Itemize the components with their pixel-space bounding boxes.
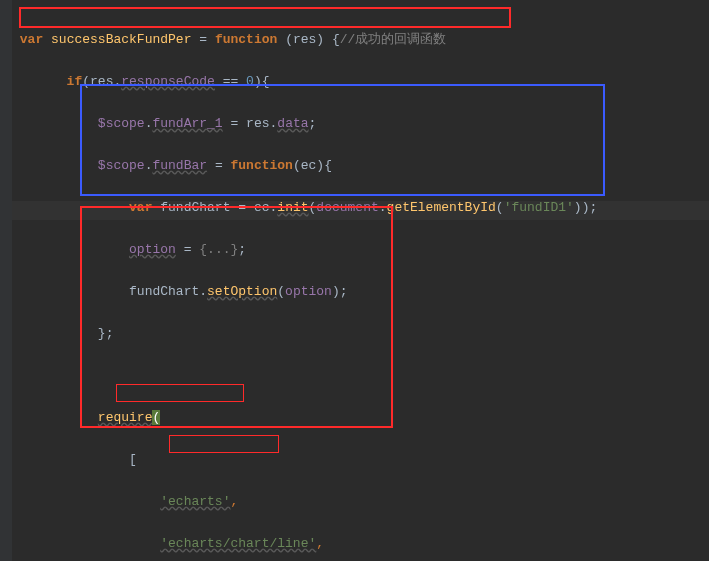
code-line[interactable]: $scope.fundBar = function(ec){ xyxy=(12,155,709,176)
scope: $scope xyxy=(98,116,145,131)
code-line[interactable]: 'echarts/chart/line', xyxy=(12,533,709,554)
comment: //成功的回调函数 xyxy=(340,32,447,47)
identifier: res xyxy=(90,74,113,89)
code-line[interactable]: option = {...}; xyxy=(12,239,709,260)
operator: == xyxy=(223,74,239,89)
code-line[interactable]: var successBackFundPer = function (res) … xyxy=(12,29,709,50)
argument: option xyxy=(285,284,332,299)
number-literal: 0 xyxy=(246,74,254,89)
code-line[interactable] xyxy=(12,365,709,386)
code-line[interactable]: $scope.fundArr_1 = res.data; xyxy=(12,113,709,134)
identifier: res xyxy=(246,116,269,131)
identifier: fundChart xyxy=(129,284,199,299)
code-line[interactable]: }; xyxy=(12,323,709,344)
keyword-if: if xyxy=(67,74,83,89)
identifier: fundChart xyxy=(160,200,230,215)
scope: $scope xyxy=(98,158,145,173)
string-literal: 'fundID1' xyxy=(504,200,574,215)
keyword-function: function xyxy=(231,158,293,173)
code-line[interactable]: if(res.responseCode == 0){ xyxy=(12,71,709,92)
property: fundArr_1 xyxy=(152,116,222,131)
method-call: getElementById xyxy=(387,200,496,215)
function-call: require xyxy=(98,410,153,425)
code-line[interactable]: 'echarts', xyxy=(12,491,709,512)
property: data xyxy=(277,116,308,131)
keyword-var: var xyxy=(20,32,43,47)
method-call: init xyxy=(277,200,308,215)
method-call: setOption xyxy=(207,284,277,299)
identifier: option xyxy=(129,242,176,257)
keyword-function: function xyxy=(215,32,277,47)
code-fold[interactable]: {...} xyxy=(199,242,238,257)
code-line[interactable]: var fundChart = ec.init(document.getElem… xyxy=(12,197,709,218)
string-literal: 'echarts/chart/line' xyxy=(160,536,316,551)
code-line[interactable]: [ xyxy=(12,449,709,470)
property: responseCode xyxy=(121,74,215,89)
param: res xyxy=(293,32,316,47)
identifier: ec xyxy=(254,200,270,215)
document-global: document xyxy=(316,200,378,215)
caret-position: ( xyxy=(152,410,160,425)
param: ec xyxy=(301,158,317,173)
property: fundBar xyxy=(152,158,207,173)
identifier: successBackFundPer xyxy=(51,32,191,47)
code-editor[interactable]: var successBackFundPer = function (res) … xyxy=(0,0,709,561)
code-line[interactable]: fundChart.setOption(option); xyxy=(12,281,709,302)
keyword-var: var xyxy=(129,200,152,215)
code-line[interactable]: require( xyxy=(12,407,709,428)
string-literal: 'echarts' xyxy=(160,494,230,509)
